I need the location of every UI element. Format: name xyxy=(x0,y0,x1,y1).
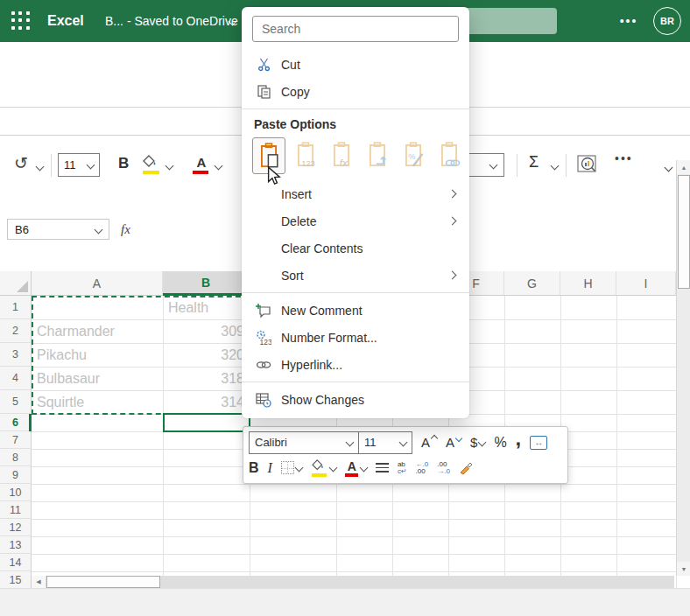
borders-icon xyxy=(281,461,294,474)
row-header-8[interactable]: 8 xyxy=(0,449,32,466)
row-header-11[interactable]: 11 xyxy=(0,501,32,519)
bold-button-mini[interactable]: B xyxy=(249,460,259,476)
column-header-A[interactable]: A xyxy=(32,271,163,296)
font-size-dropdown-mini[interactable]: 11 xyxy=(359,432,412,453)
grow-font-button[interactable]: A xyxy=(421,435,437,450)
row-header-7[interactable]: 7 xyxy=(0,431,32,449)
merge-cells-button[interactable]: ↔ xyxy=(530,436,547,450)
vertical-scroll-thumb[interactable] xyxy=(678,175,690,289)
column-header-G[interactable]: G xyxy=(504,271,560,296)
shrink-font-button[interactable]: A xyxy=(446,435,461,450)
borders-button[interactable] xyxy=(281,461,302,474)
vertical-scrollbar[interactable]: ▲ ▼ xyxy=(676,160,690,576)
increase-decimal-button[interactable]: .00→.0 xyxy=(437,461,450,475)
number-format-icon: 123 xyxy=(254,330,273,346)
row-header-10[interactable]: 10 xyxy=(0,484,32,501)
paste-transpose-button[interactable] xyxy=(362,137,393,172)
select-all-triangle-icon xyxy=(17,281,28,292)
row-header-2[interactable]: 2 xyxy=(0,319,32,343)
menu-item-label: New Comment xyxy=(281,304,455,318)
paste-icon xyxy=(257,143,280,169)
dollar-icon: $ xyxy=(470,435,477,450)
paste-formulas-button[interactable]: fx xyxy=(326,137,357,172)
grid-line-horizontal xyxy=(32,571,676,572)
accounting-format-button[interactable]: $ xyxy=(470,435,485,450)
menu-item-show-changes[interactable]: Show Changes xyxy=(242,386,469,413)
app-launcher-icon[interactable] xyxy=(11,11,31,31)
titlebar-overflow-button[interactable]: ••• xyxy=(616,0,642,42)
horizontal-scroll-thumb[interactable] xyxy=(46,576,160,588)
menu-item-clear-contents[interactable]: Clear Contents xyxy=(242,234,469,262)
row-header-6[interactable]: 6 xyxy=(0,414,32,431)
submenu-chevron-icon xyxy=(448,190,457,199)
menu-item-sort[interactable]: Sort xyxy=(242,262,469,289)
paste-transpose-icon xyxy=(366,142,389,168)
svg-text:fx: fx xyxy=(340,158,349,168)
mouse-cursor xyxy=(265,166,283,189)
grow-font-letter: A xyxy=(421,435,430,450)
menu-item-delete[interactable]: Delete xyxy=(242,207,469,234)
fill-color-button-mini[interactable] xyxy=(311,459,336,477)
font-color-swatch xyxy=(345,473,358,477)
menu-divider xyxy=(242,382,469,382)
italic-button-mini[interactable]: I xyxy=(268,460,272,476)
active-cell-border[interactable] xyxy=(163,413,250,432)
bold-letter: B xyxy=(249,460,259,476)
row-header-1[interactable]: 1 xyxy=(0,296,32,319)
row-header-12[interactable]: 12 xyxy=(0,519,32,536)
font-name-value: Calibri xyxy=(255,436,287,449)
menu-item-cut[interactable]: Cut xyxy=(242,51,469,78)
submenu-chevron-icon xyxy=(448,271,457,280)
column-header-B[interactable]: B xyxy=(163,271,250,296)
font-size-value: 11 xyxy=(364,436,377,449)
scroll-up-button[interactable]: ▲ xyxy=(677,160,690,174)
row-header-13[interactable]: 13 xyxy=(0,536,32,554)
select-all-button[interactable] xyxy=(0,271,32,296)
row-header-14[interactable]: 14 xyxy=(0,554,32,571)
menu-item-new-comment[interactable]: New Comment xyxy=(242,297,469,324)
paste-link-button[interactable] xyxy=(433,137,465,172)
paint-bucket-icon xyxy=(311,459,328,477)
font-color-button-mini[interactable]: A xyxy=(345,459,367,477)
font-name-dropdown[interactable]: Calibri xyxy=(250,432,359,453)
svg-text:%: % xyxy=(408,152,415,161)
horizontal-scrollbar[interactable]: ◀ xyxy=(32,576,674,588)
paste-formatting-button[interactable]: % xyxy=(398,137,429,172)
avatar[interactable]: BR xyxy=(653,7,681,35)
scroll-left-button[interactable]: ◀ xyxy=(32,576,46,588)
menu-item-label: Delete xyxy=(281,214,449,228)
row-header-4[interactable]: 4 xyxy=(0,367,32,390)
caret-up-icon xyxy=(431,434,438,441)
paste-values-button[interactable]: 123 xyxy=(290,137,321,172)
row-header-5[interactable]: 5 xyxy=(0,390,32,414)
column-header-I[interactable]: I xyxy=(616,271,676,296)
grid-line-horizontal xyxy=(32,484,676,485)
row-header-15[interactable]: 15 xyxy=(0,571,32,589)
align-button[interactable] xyxy=(376,461,389,474)
document-title[interactable]: B... - Saved to OneDrive xyxy=(105,0,238,42)
menu-item-hyperlink[interactable]: Hyperlink... xyxy=(242,351,469,378)
show-changes-icon xyxy=(254,392,273,408)
format-painter-brush-icon xyxy=(459,461,474,475)
shrink-font-letter: A xyxy=(446,435,454,450)
row-header-3[interactable]: 3 xyxy=(0,343,32,367)
menu-item-copy[interactable]: Copy xyxy=(242,78,469,105)
context-menu-search-input[interactable] xyxy=(252,16,459,42)
percent-style-button[interactable]: % xyxy=(494,435,506,451)
increase-decimal-icon: .00→.0 xyxy=(437,461,450,475)
decrease-decimal-button[interactable]: ←.0.00 xyxy=(416,461,429,475)
decrease-decimal-icon: ←.0.00 xyxy=(416,461,429,475)
paste-formulas-icon: fx xyxy=(330,142,353,168)
paste-formatting-icon: % xyxy=(402,142,425,168)
svg-text:123: 123 xyxy=(301,159,314,168)
comma-style-button[interactable]: , xyxy=(516,434,522,443)
menu-item-label: Copy xyxy=(281,85,455,99)
menu-item-number-format[interactable]: 123 Number Format... xyxy=(242,324,469,351)
menu-item-label: Hyperlink... xyxy=(281,358,455,372)
wrap-text-button[interactable]: abc↵ xyxy=(398,461,407,475)
scroll-down-button[interactable]: ▼ xyxy=(677,562,690,576)
column-header-H[interactable]: H xyxy=(560,271,616,296)
row-header-9[interactable]: 9 xyxy=(0,466,32,484)
comma-icon: , xyxy=(516,434,522,443)
format-painter-button[interactable] xyxy=(459,461,474,475)
